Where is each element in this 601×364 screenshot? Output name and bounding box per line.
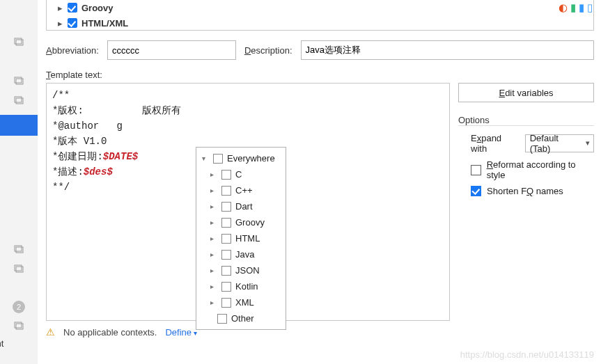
- abbrev-desc-row: Abbreviation: Description:: [46, 40, 594, 60]
- stack-icon: [13, 244, 24, 255]
- ctx-label: Everywhere: [227, 153, 275, 164]
- ctx-label: Other: [231, 313, 254, 324]
- context-popup[interactable]: ▾ Everywhere ▸ C ▸ C++: [196, 147, 286, 330]
- watermark: https://blog.csdn.net/u014133119: [460, 349, 594, 360]
- ctx-item-kotlin[interactable]: ▸ Kotlin: [196, 278, 286, 294]
- shorten-checkbox[interactable]: [471, 186, 481, 196]
- chevron-right-icon[interactable]: ▸: [210, 203, 217, 210]
- ctx-label: C: [235, 169, 242, 180]
- ctx-item-other[interactable]: Other: [196, 310, 286, 326]
- tree-row-groovy[interactable]: ▸ Groovy: [52, 0, 588, 15]
- checkbox[interactable]: [221, 266, 231, 276]
- ctx-label: Groovy: [235, 217, 265, 228]
- chevron-right-icon[interactable]: ▸: [210, 187, 217, 194]
- checkbox[interactable]: [221, 298, 231, 308]
- ctx-label: C++: [235, 185, 253, 196]
- abbrev-input[interactable]: [107, 40, 236, 60]
- checkbox[interactable]: [221, 202, 231, 212]
- chevron-right-icon[interactable]: ▸: [210, 171, 217, 178]
- chevron-right-icon[interactable]: ▸: [210, 251, 217, 258]
- ctx-item-c[interactable]: ▸ C: [196, 166, 286, 182]
- edit-variables-button[interactable]: Edit variables: [458, 83, 594, 102]
- shorten-label: Shorten FQ names: [487, 186, 563, 196]
- ctx-item-json[interactable]: ▸ JSON: [196, 262, 286, 278]
- chevron-right-icon[interactable]: ▸: [56, 4, 63, 11]
- desc-label: Description:: [244, 45, 292, 56]
- ctx-label: Dart: [235, 201, 253, 212]
- checkbox[interactable]: [221, 170, 231, 180]
- checkbox[interactable]: [217, 314, 227, 324]
- chevron-right-icon[interactable]: ▸: [210, 299, 217, 306]
- icon-blue2[interactable]: ▯: [587, 1, 593, 14]
- icon-green[interactable]: ▮: [570, 1, 576, 14]
- checkbox[interactable]: [221, 186, 231, 196]
- tree-row-htmlxml[interactable]: ▸ HTML/XML: [52, 15, 588, 31]
- ctx-item-groovy[interactable]: ▸ Groovy: [196, 214, 286, 230]
- stack-icon: [13, 36, 24, 47]
- desc-input[interactable]: [301, 40, 594, 60]
- reformat-checkbox[interactable]: [471, 165, 481, 175]
- chevron-right-icon[interactable]: ▸: [210, 267, 217, 274]
- tree-label: Groovy: [81, 3, 114, 13]
- rail-text-yment: yment: [0, 338, 3, 349]
- expand-with-select[interactable]: Default (Tab): [525, 134, 594, 152]
- ctx-item-xml[interactable]: ▸ XML: [196, 294, 286, 310]
- define-link[interactable]: Define: [165, 327, 196, 338]
- template-text-label: Template text:: [46, 70, 594, 80]
- checkbox[interactable]: [213, 154, 223, 164]
- ctx-item-html[interactable]: ▸ HTML: [196, 230, 286, 246]
- expand-with-row: Expand with Default (Tab): [458, 133, 594, 154]
- chevron-right-icon[interactable]: ▸: [56, 19, 63, 26]
- chevron-right-icon[interactable]: ▸: [210, 235, 217, 242]
- expand-with-label: Expand with: [471, 133, 520, 154]
- stack-icon: [13, 263, 24, 274]
- stack-icon: [13, 320, 24, 331]
- stack-icon: [13, 75, 24, 86]
- top-toolbar-icons: ◐ ▮ ▮ ▯: [559, 0, 593, 15]
- ctx-label: JSON: [235, 265, 260, 276]
- ctx-item-dart[interactable]: ▸ Dart: [196, 198, 286, 214]
- warning-icon: ⚠: [46, 326, 55, 338]
- checkbox[interactable]: [221, 282, 231, 292]
- chevron-down-icon[interactable]: ▾: [202, 155, 209, 162]
- stack-icon: [13, 95, 24, 106]
- rail-counter: 2: [13, 301, 25, 313]
- shorten-row[interactable]: Shorten FQ names: [458, 186, 594, 196]
- main-panel: ▸ Groovy ▸ HTML/XML ◐ ▮ ▮ ▯ Abbreviation…: [38, 0, 601, 364]
- left-rail: es 2 yment ks: [0, 0, 38, 364]
- template-tree[interactable]: ▸ Groovy ▸ HTML/XML: [46, 0, 594, 31]
- warning-text: No applicable contexts.: [63, 327, 157, 338]
- ctx-item-java[interactable]: ▸ Java: [196, 246, 286, 262]
- checkbox[interactable]: [221, 218, 231, 228]
- checkbox[interactable]: [221, 234, 231, 244]
- reformat-row[interactable]: Reformat according to style: [458, 159, 594, 180]
- ctx-label: HTML: [235, 233, 260, 244]
- options-heading: Options: [458, 115, 594, 126]
- reformat-label: Reformat according to style: [487, 159, 594, 180]
- right-column: Edit variables Options Expand with Defau…: [458, 83, 594, 202]
- tree-label: HTML/XML: [81, 18, 128, 29]
- checkbox-htmlxml[interactable]: [68, 18, 77, 28]
- ctx-item-everywhere[interactable]: ▾ Everywhere: [196, 150, 286, 166]
- chevron-right-icon[interactable]: ▸: [210, 219, 217, 226]
- ctx-label: XML: [235, 297, 254, 308]
- ctx-label: Java: [235, 249, 254, 260]
- icon-blue[interactable]: ▮: [579, 1, 584, 14]
- checkbox-groovy[interactable]: [68, 3, 77, 13]
- icon-red[interactable]: ◐: [559, 1, 568, 14]
- ctx-item-cpp[interactable]: ▸ C++: [196, 182, 286, 198]
- rail-selection[interactable]: [0, 115, 38, 136]
- chevron-right-icon[interactable]: ▸: [210, 283, 217, 290]
- checkbox[interactable]: [221, 250, 231, 260]
- ctx-label: Kotlin: [235, 281, 258, 292]
- abbrev-label: Abbreviation:: [46, 45, 99, 56]
